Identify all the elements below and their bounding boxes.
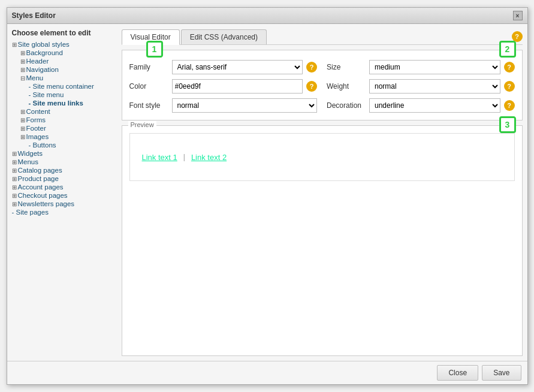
color-control[interactable]: #0eed9f: [172, 79, 303, 94]
font-style-row: Font style normal italic oblique: [129, 98, 318, 113]
preview-link-2[interactable]: Link text 2: [191, 153, 227, 162]
sidebar-item-product-page[interactable]: ⊞Product page: [12, 174, 117, 183]
family-select[interactable]: Arial, sans-serif Georgia, serif Verdana…: [172, 60, 303, 74]
size-row: Size medium small large ?: [327, 60, 515, 74]
font-style-select[interactable]: normal italic oblique: [172, 98, 318, 113]
dialog-titlebar: Styles Editor ×: [7, 8, 527, 24]
family-control[interactable]: Arial, sans-serif Georgia, serif Verdana…: [172, 60, 303, 74]
font-style-control[interactable]: normal italic oblique: [172, 98, 318, 113]
sidebar-item-site-pages[interactable]: - Site pages: [12, 208, 117, 216]
preview-separator: |: [183, 153, 185, 161]
decoration-select[interactable]: underline none overline line-through: [369, 98, 500, 113]
dialog-title: Styles Editor: [12, 11, 56, 20]
tab-edit-css[interactable]: Edit CSS (Advanced): [181, 29, 267, 44]
sidebar-item-buttons[interactable]: - Buttons: [29, 141, 117, 149]
preview-inner: Link text 1 | Link text 2: [129, 133, 515, 181]
sidebar: Choose element to edit ⊞Site global styl…: [12, 29, 117, 356]
weight-label: Weight: [327, 82, 366, 91]
sidebar-item-site-menu-links[interactable]: - Site menu links: [29, 99, 117, 107]
save-button[interactable]: Save: [482, 365, 521, 381]
decoration-control[interactable]: underline none overline line-through: [369, 98, 500, 113]
sidebar-item-site-menu[interactable]: - Site menu: [29, 91, 117, 99]
tabs-bar: Visual Editor Edit CSS (Advanced) ?: [122, 29, 523, 45]
preview-link-1[interactable]: Link text 1: [142, 153, 177, 162]
sidebar-item-images[interactable]: ⊞Images: [20, 132, 117, 141]
badge-2: 2: [499, 41, 516, 58]
sidebar-item-header[interactable]: ⊞Header: [20, 57, 117, 65]
sidebar-item-widgets[interactable]: ⊞Widgets: [12, 149, 117, 158]
sidebar-item-content[interactable]: ⊞Content: [20, 107, 117, 116]
close-icon[interactable]: ×: [513, 11, 523, 20]
sidebar-item-navigation[interactable]: ⊞Navigation: [20, 65, 117, 74]
sidebar-item-forms[interactable]: ⊞Forms: [20, 116, 117, 124]
sidebar-item-checkout-pages[interactable]: ⊞Checkout pages: [12, 191, 117, 200]
sidebar-item-site-global[interactable]: ⊞Site global styles: [12, 40, 117, 49]
styles-editor-dialog: Styles Editor × Choose element to edit ⊞…: [7, 7, 528, 385]
close-button[interactable]: Close: [437, 365, 478, 381]
sidebar-item-menu[interactable]: ⊟Menu: [20, 74, 117, 82]
dialog-footer: Close Save: [7, 361, 527, 384]
weight-row: Weight normal bold lighter ?: [327, 79, 515, 94]
sidebar-item-catalog-pages[interactable]: ⊞Catalog pages: [12, 166, 117, 174]
font-style-label: Font style: [129, 101, 168, 110]
color-label: Color: [129, 82, 168, 91]
dialog-body: Choose element to edit ⊞Site global styl…: [7, 24, 527, 361]
sidebar-item-account-pages[interactable]: ⊞Account pages: [12, 183, 117, 191]
badge-3: 3: [499, 116, 516, 133]
color-input[interactable]: #0eed9f: [172, 79, 303, 94]
badge-1: 1: [146, 41, 163, 58]
preview-label: Preview: [128, 121, 156, 128]
sidebar-item-menus[interactable]: ⊞Menus: [12, 158, 117, 166]
sidebar-title: Choose element to edit: [12, 29, 117, 37]
family-label: Family: [129, 63, 168, 71]
family-help-icon[interactable]: ?: [306, 62, 317, 73]
sidebar-item-background[interactable]: ⊞Background: [20, 49, 117, 57]
sidebar-item-newsletters-pages[interactable]: ⊞Newsletters pages: [12, 200, 117, 208]
sidebar-item-footer[interactable]: ⊞Footer: [20, 124, 117, 132]
family-row: Family Arial, sans-serif Georgia, serif …: [129, 60, 318, 74]
editor-panel: 1 2 Family Arial, sans-serif Georgia, se…: [122, 50, 523, 120]
weight-help-icon[interactable]: ?: [504, 81, 515, 92]
preview-panel: 3 Preview Link text 1 | Link text 2: [122, 125, 523, 356]
size-label: Size: [327, 63, 366, 71]
weight-control[interactable]: normal bold lighter: [369, 79, 500, 94]
size-help-icon[interactable]: ?: [504, 62, 515, 73]
color-row: Color #0eed9f ?: [129, 79, 318, 94]
size-select[interactable]: medium small large: [369, 60, 500, 74]
sidebar-item-site-menu-container[interactable]: - Site menu container: [29, 82, 117, 91]
main-panel: Visual Editor Edit CSS (Advanced) ? 1 2 …: [122, 29, 523, 356]
color-help-icon[interactable]: ?: [306, 81, 317, 92]
decoration-help-icon[interactable]: ?: [504, 100, 515, 111]
decoration-label: Decoration: [327, 101, 366, 110]
weight-select[interactable]: normal bold lighter: [369, 79, 500, 94]
size-control[interactable]: medium small large: [369, 60, 500, 74]
decoration-row: Decoration underline none overline line-…: [327, 98, 515, 113]
